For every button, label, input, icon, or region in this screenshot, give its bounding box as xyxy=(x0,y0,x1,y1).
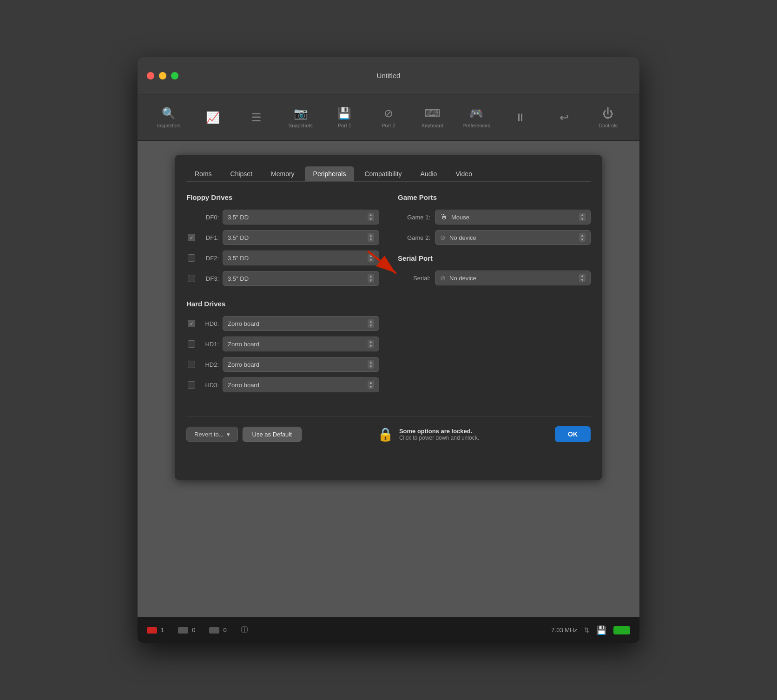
game1-stepper-down[interactable]: ▼ xyxy=(579,217,586,221)
hd3-checkbox[interactable] xyxy=(188,381,195,389)
df3-checkbox[interactable] xyxy=(188,275,195,282)
bottom-left: Revert to... ▾ Use as Default xyxy=(186,427,302,442)
df0-stepper-up[interactable]: ▲ xyxy=(368,213,374,217)
main-window: Untitled 🔍 Inspectors 📈 ☰ 📷 Snapshots 💾 … xyxy=(138,57,639,643)
tab-peripherals[interactable]: Peripherals xyxy=(305,166,355,181)
game1-stepper[interactable]: ▲ ▼ xyxy=(579,213,586,221)
df1-select[interactable]: 3.5" DD ▲ ▼ xyxy=(223,230,379,245)
hd1-stepper-up[interactable]: ▲ xyxy=(368,340,374,344)
df0-spacer xyxy=(188,213,195,221)
hd2-select-wrapper: Zorro board ▲ ▼ xyxy=(223,357,379,372)
hd0-select[interactable]: Zorro board ▲ ▼ xyxy=(223,316,379,331)
df2-checkbox[interactable] xyxy=(188,254,195,262)
hd2-checkbox[interactable] xyxy=(188,361,195,368)
hd2-stepper-up[interactable]: ▲ xyxy=(368,360,374,364)
game2-value: No device xyxy=(449,234,476,241)
df2-stepper[interactable]: ▲ ▼ xyxy=(368,254,374,262)
df3-label-area: DF3: xyxy=(186,275,219,282)
game2-stepper-down[interactable]: ▼ xyxy=(579,238,586,242)
game-port-row-1: Game 1: 🖱 Mouse ▲ ▼ xyxy=(398,210,591,225)
hd2-stepper-down[interactable]: ▼ xyxy=(368,364,374,369)
left-column: Floppy Drives DF0: 3.5" DD ▲ xyxy=(186,193,379,398)
game1-select[interactable]: 🖱 Mouse ▲ ▼ xyxy=(435,210,591,225)
df2-select[interactable]: 3.5" DD ▲ ▼ xyxy=(223,251,379,265)
toolbar-label-inspectors: Inspectors xyxy=(157,123,181,128)
controls-icon: ⏻ xyxy=(603,107,614,120)
hd0-stepper[interactable]: ▲ ▼ xyxy=(368,319,374,328)
toolbar-label-port2: Port 2 xyxy=(382,123,395,128)
tab-video[interactable]: Video xyxy=(447,166,481,181)
ok-button[interactable]: OK xyxy=(555,426,591,442)
hd1-stepper-down[interactable]: ▼ xyxy=(368,344,374,348)
df0-stepper-down[interactable]: ▼ xyxy=(368,217,374,221)
game2-select[interactable]: ⊘ No device ▲ ▼ xyxy=(435,230,591,245)
df0-select[interactable]: 3.5" DD ▲ ▼ xyxy=(223,210,379,225)
df3-stepper-up[interactable]: ▲ xyxy=(368,274,374,278)
hd0-checkbox[interactable] xyxy=(188,320,195,327)
toolbar-item-controls[interactable]: ⏻ Controls xyxy=(592,107,625,128)
status-item-0: 1 xyxy=(147,627,164,634)
serial-no-device-icon: ⊘ xyxy=(440,274,446,282)
right-column: Game Ports Game 1: 🖱 Mouse ▲ xyxy=(398,193,591,398)
hd2-select[interactable]: Zorro board ▲ ▼ xyxy=(223,357,379,372)
toolbar-item-inspectors[interactable]: 🔍 Inspectors xyxy=(152,107,185,128)
df1-stepper-up[interactable]: ▲ xyxy=(368,233,374,238)
game1-controls: ▲ ▼ xyxy=(578,213,586,221)
hd1-stepper[interactable]: ▲ ▼ xyxy=(368,340,374,348)
df3-stepper-down[interactable]: ▼ xyxy=(368,278,374,283)
df3-select[interactable]: 3.5" DD ▲ ▼ xyxy=(223,271,379,286)
close-button[interactable] xyxy=(147,72,154,79)
toolbar-item-activity[interactable]: 📈 xyxy=(197,111,229,124)
df0-value: 3.5" DD xyxy=(228,214,249,221)
serial-stepper-up[interactable]: ▲ xyxy=(579,274,586,278)
status-right: 7.03 MHz ⇅ 💾 xyxy=(551,625,630,635)
game2-stepper[interactable]: ▲ ▼ xyxy=(579,233,586,242)
df2-stepper-up[interactable]: ▲ xyxy=(368,254,374,258)
toolbar-item-reset[interactable]: ↩ xyxy=(548,111,580,124)
lock-text-area: Some options are locked. Click to power … xyxy=(399,428,479,441)
game2-stepper-up[interactable]: ▲ xyxy=(579,233,586,238)
serial-stepper[interactable]: ▲ ▼ xyxy=(579,274,586,282)
hd3-stepper-up[interactable]: ▲ xyxy=(368,381,374,385)
tab-compatibility[interactable]: Compatibility xyxy=(356,166,410,181)
mouse-icon: 🖱 xyxy=(440,213,448,221)
toolbar-item-list[interactable]: ☰ xyxy=(240,111,273,124)
use-default-button[interactable]: Use as Default xyxy=(243,427,302,442)
hd0-stepper-up[interactable]: ▲ xyxy=(368,319,374,324)
lock-icon: 🔒 xyxy=(377,427,394,442)
hd3-stepper[interactable]: ▲ ▼ xyxy=(368,381,374,389)
hd1-select[interactable]: Zorro board ▲ ▼ xyxy=(223,337,379,351)
toolbar-item-pause[interactable]: ⏸ xyxy=(504,111,537,124)
hd2-stepper[interactable]: ▲ ▼ xyxy=(368,360,374,369)
revert-button[interactable]: Revert to... ▾ xyxy=(186,427,238,442)
game1-stepper-up[interactable]: ▲ xyxy=(579,213,586,217)
toolbar-item-snapshots[interactable]: 📷 Snapshots xyxy=(284,107,317,128)
toolbar-item-port2[interactable]: ⊘ Port 2 xyxy=(372,107,405,128)
df0-stepper[interactable]: ▲ ▼ xyxy=(368,213,374,221)
pause-icon: ⏸ xyxy=(515,111,526,124)
toolbar-item-preferences[interactable]: 🎮 Preferences xyxy=(460,107,493,128)
tab-audio[interactable]: Audio xyxy=(412,166,446,181)
df1-stepper[interactable]: ▲ ▼ xyxy=(368,233,374,242)
hd3-select[interactable]: Zorro board ▲ ▼ xyxy=(223,377,379,392)
df2-stepper-down[interactable]: ▼ xyxy=(368,258,374,262)
tab-roms[interactable]: Roms xyxy=(186,166,220,181)
serial-select[interactable]: ⊘ No device ▲ ▼ xyxy=(435,271,591,285)
tab-chipset[interactable]: Chipset xyxy=(222,166,261,181)
df1-stepper-down[interactable]: ▼ xyxy=(368,238,374,242)
hd3-stepper-down[interactable]: ▼ xyxy=(368,385,374,389)
toolbar-item-port1[interactable]: 💾 Port 1 xyxy=(328,107,361,128)
df3-stepper[interactable]: ▲ ▼ xyxy=(368,274,374,283)
minimize-button[interactable] xyxy=(159,72,166,79)
toolbar-item-keyboard[interactable]: ⌨ Keyboard xyxy=(416,107,448,128)
serial-inner: ⊘ No device xyxy=(440,274,578,282)
serial-port-header: Serial Port xyxy=(398,254,591,262)
hd0-stepper-down[interactable]: ▼ xyxy=(368,324,374,328)
maximize-button[interactable] xyxy=(171,72,178,79)
hd3-select-wrapper: Zorro board ▲ ▼ xyxy=(223,377,379,392)
serial-stepper-down[interactable]: ▼ xyxy=(579,278,586,282)
tab-memory[interactable]: Memory xyxy=(263,166,303,181)
hd1-checkbox[interactable] xyxy=(188,340,195,348)
df1-checkbox[interactable] xyxy=(188,234,195,241)
hd1-select-wrapper: Zorro board ▲ ▼ xyxy=(223,337,379,351)
